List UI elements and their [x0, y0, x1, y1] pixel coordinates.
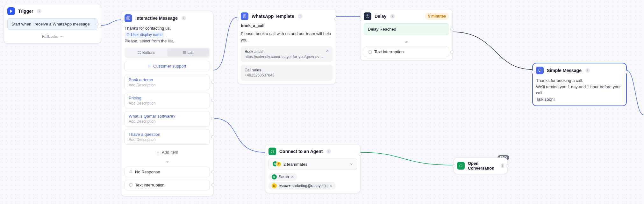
interactive-message-card[interactable]: Interactive Message i Thanks for contact… — [121, 11, 213, 196]
port-in[interactable] — [359, 18, 362, 21]
document-icon — [241, 12, 248, 20]
list-icon — [148, 64, 151, 68]
clock-icon — [364, 12, 371, 20]
port[interactable] — [450, 28, 454, 31]
simple-message-card[interactable]: Simple Message i Thanks for booking a ca… — [533, 63, 626, 106]
port[interactable] — [96, 23, 99, 26]
play-icon — [7, 7, 15, 15]
text-icon — [129, 183, 133, 187]
svg-line-22 — [368, 16, 368, 17]
tab-group: Buttons List — [125, 47, 210, 58]
svg-point-24 — [539, 69, 541, 71]
remove-icon[interactable]: ✕ — [291, 175, 294, 179]
delay-card[interactable]: Delay i 5 minutes Delay Reached or Text … — [360, 9, 453, 61]
info-icon[interactable]: i — [298, 14, 303, 18]
agent-title: Connect to an Agent — [279, 149, 323, 154]
fallbacks-toggle[interactable]: Fallbacks — [7, 32, 97, 40]
avatar-stack: S E — [273, 161, 282, 167]
delay-title: Delay — [375, 14, 386, 19]
headset-icon — [268, 148, 276, 155]
info-icon[interactable]: i — [585, 68, 590, 73]
port-out[interactable] — [359, 153, 362, 156]
option-title: Book a demo — [129, 77, 206, 82]
remove-icon[interactable]: ✕ — [329, 184, 333, 188]
chevron-down-icon — [350, 163, 353, 166]
option-title: What is Qamar software? — [129, 114, 206, 119]
port-out[interactable] — [334, 18, 337, 21]
list-option[interactable]: Book a demo Add Description — [125, 75, 210, 90]
teammate-chip[interactable]: E esraa+marketing@rasayel.io ✕ — [268, 182, 336, 190]
tab-buttons[interactable]: Buttons — [125, 48, 167, 57]
interactive-header: Interactive Message i — [125, 14, 210, 22]
info-icon[interactable]: i — [182, 16, 186, 20]
external-link-icon — [325, 49, 329, 54]
port[interactable] — [211, 183, 214, 186]
list-icon — [183, 51, 186, 54]
svg-rect-6 — [140, 51, 141, 52]
message-icon — [536, 67, 544, 74]
svg-rect-5 — [138, 51, 139, 52]
teammates-selector[interactable]: S E 2 teammates — [268, 158, 357, 170]
no-response-outcome[interactable]: No Response — [125, 167, 210, 177]
info-icon[interactable]: i — [501, 164, 504, 168]
trigger-header: Trigger i — [7, 7, 97, 15]
plus-icon — [156, 150, 160, 154]
simple-header: Simple Message i — [536, 67, 623, 74]
list-option[interactable]: Pricing Add Description — [125, 93, 210, 108]
port[interactable] — [211, 135, 214, 138]
template-action-call[interactable]: Call sales +4915258537843 — [241, 65, 333, 81]
trigger-card[interactable]: Trigger i Start when I receive a WhatsAp… — [4, 4, 101, 44]
info-icon[interactable]: i — [326, 149, 331, 154]
start-condition-text: Start when I receive a WhatsApp message — [11, 22, 90, 26]
port[interactable] — [211, 117, 214, 120]
port-out[interactable] — [506, 164, 509, 167]
agent-header: Connect to an Agent i — [268, 148, 357, 155]
chat-list-icon — [125, 14, 132, 22]
port-in[interactable] — [452, 164, 455, 167]
whatsapp-template-card[interactable]: WhatsApp Template i book_a_call Please, … — [237, 9, 336, 84]
simple-body[interactable]: Thanks for booking a call. We'll remind … — [536, 77, 623, 102]
option-desc[interactable]: Add Description — [129, 137, 206, 142]
template-name: book_a_call — [241, 23, 333, 28]
start-condition[interactable]: Start when I receive a WhatsApp message — [7, 18, 97, 30]
list-header-button[interactable]: Customer support — [125, 61, 210, 71]
interactive-title: Interactive Message — [135, 16, 178, 21]
port-in[interactable] — [120, 20, 123, 23]
option-desc[interactable]: Add Description — [129, 119, 206, 124]
delay-header: Delay i 5 minutes — [364, 12, 449, 20]
open-conversation-card[interactable]: Open Conversation i — [454, 157, 508, 174]
list-option[interactable]: I have a question Add Description — [125, 129, 210, 145]
tab-list[interactable]: List — [167, 48, 209, 57]
port[interactable] — [211, 81, 214, 84]
grid-icon — [138, 51, 141, 54]
teammate-chip[interactable]: S Sarah ✕ — [268, 173, 297, 181]
add-item-button[interactable]: Add item — [125, 147, 210, 157]
port-in[interactable] — [264, 153, 267, 156]
port-in[interactable] — [236, 18, 239, 21]
port-out[interactable] — [625, 70, 628, 74]
port[interactable] — [211, 99, 214, 102]
info-icon[interactable]: i — [37, 9, 41, 13]
template-header: WhatsApp Template i — [241, 12, 333, 20]
text-icon — [368, 50, 372, 54]
option-title: Pricing — [129, 96, 206, 100]
port[interactable] — [450, 50, 454, 54]
open-title: Open Conversation — [468, 161, 497, 171]
user-token[interactable]: User display name — [125, 32, 164, 38]
template-action-link[interactable]: Book a call https://calendly.com/rasayel… — [241, 46, 333, 62]
text-interruption-outcome[interactable]: Text interruption — [125, 180, 210, 190]
connect-agent-card[interactable]: Connect to an Agent i S E 2 teammates S … — [265, 144, 361, 193]
delay-text-interruption[interactable]: Text interruption — [364, 47, 449, 57]
option-desc[interactable]: Add Description — [129, 83, 206, 87]
option-title: I have a question — [129, 132, 206, 137]
info-icon[interactable]: i — [390, 14, 395, 18]
port[interactable] — [211, 170, 214, 173]
option-desc[interactable]: Add Description — [129, 101, 206, 106]
list-option[interactable]: What is Qamar software? Add Description — [125, 111, 210, 127]
delay-reached[interactable]: Delay Reached — [364, 23, 449, 35]
port-in[interactable] — [531, 70, 534, 74]
interactive-body[interactable]: Thanks for contacting us, User display n… — [125, 25, 210, 44]
template-body: Please, book a call with us and our team… — [241, 31, 333, 43]
delay-badge[interactable]: 5 minutes — [425, 13, 449, 20]
or-separator: or — [364, 37, 449, 47]
